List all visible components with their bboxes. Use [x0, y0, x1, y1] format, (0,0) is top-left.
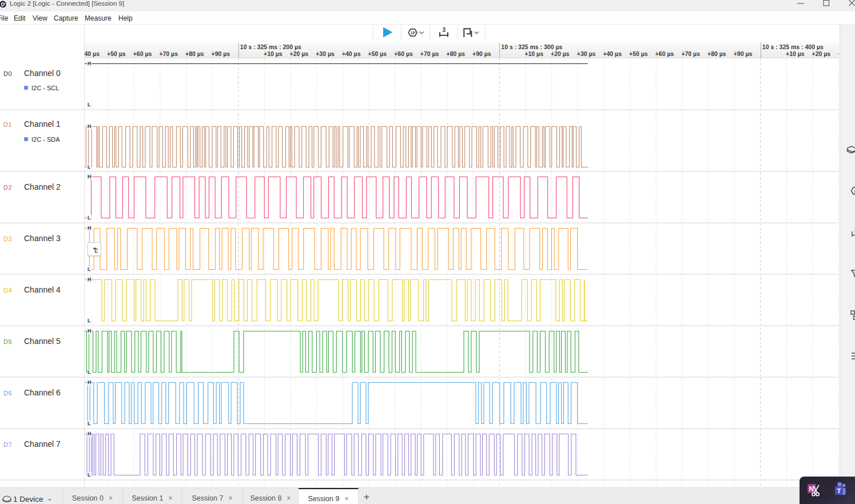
svg-text:3: 3 [443, 27, 446, 33]
svg-text:1F: 1F [411, 30, 416, 35]
svg-text:T: T [837, 487, 841, 494]
